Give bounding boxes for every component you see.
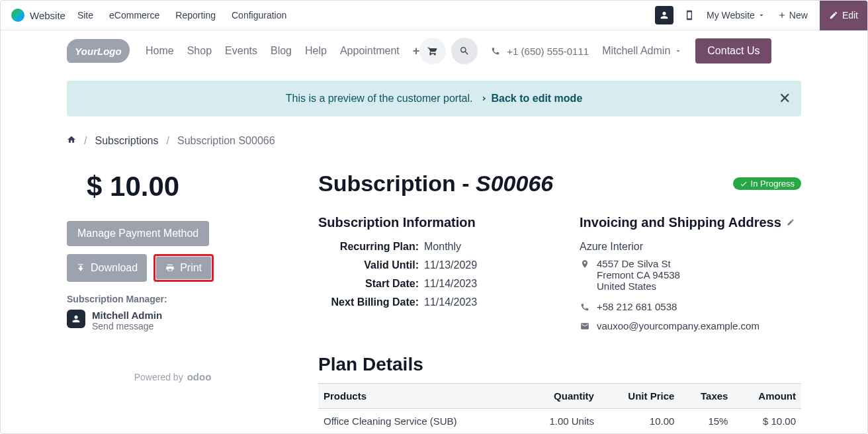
left-column: $ 10.00 Manage Payment Method Download P…: [67, 171, 279, 433]
th-taxes: Taxes: [679, 384, 733, 409]
manager-label: Subscription Manager:: [67, 294, 279, 304]
breadcrumb-sep: /: [84, 135, 87, 147]
send-message-link[interactable]: Send message: [92, 321, 162, 331]
address-country: United States: [597, 281, 680, 292]
cart-button[interactable]: [419, 38, 446, 64]
download-icon: [76, 263, 85, 273]
address-info: Invoicing and Shipping Address Azure Int…: [580, 215, 801, 335]
menu-configuration[interactable]: Configuration: [232, 10, 286, 21]
nav-add[interactable]: +: [413, 44, 420, 58]
kv-key: Start Date:: [318, 278, 424, 290]
header-phone-text: +1 (650) 555-0111: [507, 46, 589, 57]
kv-row: Next Billing Date:11/14/2023: [318, 296, 540, 308]
nav-appointment[interactable]: Appointment: [340, 45, 400, 57]
download-button[interactable]: Download: [67, 254, 147, 282]
kv-key: Recurring Plan:: [318, 241, 424, 253]
new-button[interactable]: New: [777, 10, 808, 21]
brand-label: Website: [30, 10, 65, 21]
caret-down-icon: [674, 47, 682, 55]
search-button[interactable]: [451, 38, 478, 64]
banner-close[interactable]: ✕: [779, 90, 791, 107]
nav-shop[interactable]: Shop: [187, 45, 212, 57]
subscription-price: $ 10.00: [87, 171, 279, 202]
check-icon: [740, 180, 748, 188]
edit-address-button[interactable]: [787, 218, 795, 228]
download-label: Download: [91, 262, 138, 274]
app-brand[interactable]: Website: [11, 9, 65, 22]
my-website-dropdown[interactable]: My Website: [707, 10, 765, 21]
contact-us-button[interactable]: Contact Us: [695, 38, 771, 64]
person-icon: [659, 10, 670, 21]
table-row: Office Cleaning Service (SUB) 1.00 Units…: [318, 409, 801, 434]
powered-label: Powered by: [134, 372, 183, 382]
address-heading-text: Invoicing and Shipping Address: [580, 215, 781, 230]
pencil-icon: [829, 11, 838, 20]
new-label: New: [789, 10, 808, 21]
breadcrumb-sep: /: [167, 135, 169, 147]
kv-row: Recurring Plan:Monthly: [318, 241, 540, 253]
system-menubar: Website Site eCommerce Reporting Configu…: [1, 1, 867, 30]
user-avatar[interactable]: [655, 6, 673, 24]
status-text: In Progress: [751, 179, 795, 189]
plan-table: Products Quantity Unit Price Taxes Amoun…: [318, 383, 801, 433]
manage-payment-button[interactable]: Manage Payment Method: [67, 221, 209, 246]
nav-home[interactable]: Home: [146, 45, 174, 57]
manager-name: Mitchell Admin: [92, 310, 162, 321]
kv-row: Start Date:11/14/2023: [318, 278, 540, 290]
print-button[interactable]: Print: [156, 257, 211, 279]
envelope-icon: [580, 322, 590, 333]
info-heading: Subscription Information: [318, 215, 540, 230]
cell-tax: 15%: [679, 409, 733, 434]
arrow-right-icon: [478, 94, 487, 103]
address-city: Fremont CA 94538: [597, 269, 680, 281]
cell-qty: 1.00 Units: [521, 409, 599, 434]
plan-details-heading: Plan Details: [318, 354, 801, 375]
menu-ecommerce[interactable]: eCommerce: [109, 10, 159, 21]
nav-events[interactable]: Events: [225, 45, 257, 57]
kv-key: Valid Until:: [318, 259, 424, 271]
status-badge: In Progress: [733, 177, 801, 190]
user-dropdown[interactable]: Mitchell Admin: [602, 45, 682, 57]
print-icon: [165, 263, 175, 273]
caret-down-icon: [758, 11, 765, 19]
preview-banner: This is a preview of the customer portal…: [67, 81, 801, 116]
print-highlight: Print: [153, 254, 214, 282]
back-to-edit-link[interactable]: Back to edit mode: [478, 93, 582, 105]
th-products: Products: [318, 384, 521, 409]
person-icon: [71, 314, 81, 324]
cell-product: Office Cleaning Service (SUB): [318, 409, 521, 434]
th-unit-price: Unit Price: [599, 384, 679, 409]
brand-icon: [11, 9, 24, 22]
nav-blog[interactable]: Blog: [271, 45, 292, 57]
address-street: 4557 De Silva St: [597, 258, 680, 269]
table-header-row: Products Quantity Unit Price Taxes Amoun…: [318, 384, 801, 409]
pencil-icon: [787, 218, 795, 226]
manager-row: Mitchell Admin Send message: [67, 310, 279, 331]
cell-amount: $ 10.00: [733, 409, 801, 434]
my-website-label: My Website: [707, 10, 755, 21]
address-phone: +58 212 681 0538: [580, 301, 801, 314]
banner-text: This is a preview of the customer portal…: [286, 93, 473, 105]
address-phone-text: +58 212 681 0538: [597, 301, 677, 312]
back-to-edit-label: Back to edit mode: [491, 93, 582, 105]
nav-help[interactable]: Help: [305, 45, 327, 57]
menu-site[interactable]: Site: [77, 10, 93, 21]
search-icon: [459, 46, 470, 56]
menu-reporting[interactable]: Reporting: [175, 10, 216, 21]
mobile-preview-button[interactable]: [684, 10, 695, 21]
site-navbar: YourLogo Home Shop Events Blog Help Appo…: [1, 30, 867, 71]
breadcrumb-subscriptions[interactable]: Subscriptions: [95, 135, 158, 147]
kv-val: 11/14/2023: [424, 296, 477, 308]
th-quantity: Quantity: [521, 384, 599, 409]
edit-button[interactable]: Edit: [820, 1, 867, 30]
odoo-logo: odoo: [187, 371, 212, 382]
kv-val: 11/13/2029: [424, 259, 477, 271]
subscription-info: Subscription Information Recurring Plan:…: [318, 215, 540, 335]
phone-icon: [491, 46, 500, 56]
right-column: Subscription - S00066 In Progress Subscr…: [318, 171, 801, 433]
breadcrumb-home[interactable]: [67, 135, 76, 147]
site-logo[interactable]: YourLogo: [67, 39, 130, 63]
mobile-icon: [684, 10, 695, 21]
address-email-text: vauxoo@yourcompany.example.com: [597, 320, 760, 331]
breadcrumb: / Subscriptions / Subscription S00066: [67, 135, 801, 147]
